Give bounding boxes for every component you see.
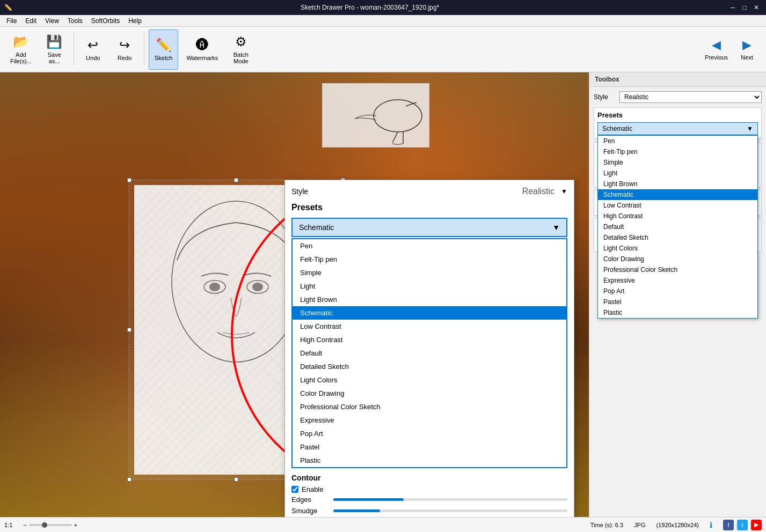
style-select[interactable]: Realistic [619, 91, 762, 103]
preset-light-colors[interactable]: Light Colors [293, 373, 566, 387]
zoom-slider-thumb[interactable] [42, 522, 47, 528]
zoomed-edges-slider[interactable] [333, 498, 567, 501]
zoom-control: − + [23, 522, 77, 528]
preset-low-contrast[interactable]: Low Contrast [293, 320, 566, 333]
sketch-label: Sketch [155, 55, 173, 61]
preset-professional-color-sketch[interactable]: Professional Color Sketch [293, 400, 566, 413]
preset-selected-display[interactable]: Schematic ▼ [597, 122, 758, 135]
twitter-icon[interactable]: t [737, 520, 748, 530]
status-right: Time (s): 6.3 JPG (1920x1280x24) ℹ f t ▶ [590, 520, 762, 530]
menu-tools[interactable]: Tools [63, 16, 87, 26]
zoomed-preset-dropdown: Schematic ▼ Pen Felt-Tip pen Simple Ligh… [291, 218, 567, 468]
add-file-button[interactable]: 📂 AddFile(s)... [4, 29, 38, 70]
zoomed-preset-selected[interactable]: Schematic ▼ [291, 218, 567, 237]
batch-mode-button[interactable]: ⚙ BatchMode [226, 29, 256, 70]
facebook-icon[interactable]: f [723, 520, 734, 530]
next-button[interactable]: ▶ Next [732, 29, 762, 70]
presets-title: Presets [597, 111, 758, 119]
preset-pop-art[interactable]: Pop Art [293, 427, 566, 440]
info-icon[interactable]: ℹ [710, 521, 712, 529]
zoomed-dropdown-chevron: ▼ [552, 223, 560, 232]
preset-high-contrast[interactable]: High Contrast [293, 333, 566, 346]
right-preset-felt-tip[interactable]: Felt-Tip pen [598, 146, 757, 157]
right-preset-plastic[interactable]: Plastic [598, 307, 757, 318]
menu-file[interactable]: File [2, 16, 21, 26]
presets-section: Presets Schematic ▼ Pen Felt-Tip pen Sim… [594, 107, 762, 139]
canvas-area[interactable]: Style Realistic ▼ Presets Schematic ▼ Pe… [0, 72, 589, 517]
menu-view[interactable]: View [41, 16, 63, 26]
add-file-label: AddFile(s)... [10, 51, 32, 64]
close-button[interactable]: ✕ [751, 2, 762, 13]
right-preset-default[interactable]: Default [598, 221, 757, 232]
toolbar-separator-2 [144, 33, 144, 65]
handle-bl[interactable] [127, 477, 132, 482]
right-preset-pen[interactable]: Pen [598, 136, 757, 146]
handle-tc[interactable] [234, 178, 238, 182]
right-preset-light-colors[interactable]: Light Colors [598, 243, 757, 254]
handle-ml[interactable] [127, 328, 132, 332]
undo-button[interactable]: ↩ Undo [78, 29, 108, 70]
preset-expressive[interactable]: Expressive [293, 413, 566, 427]
preset-pastel[interactable]: Pastel [293, 440, 566, 454]
right-preset-detailed-sketch[interactable]: Detailed Sketch [598, 232, 757, 243]
youtube-icon[interactable]: ▶ [751, 520, 762, 530]
minimize-button[interactable]: ─ [727, 2, 738, 13]
right-preset-pastel[interactable]: Pastel [598, 297, 757, 307]
zoomed-edges-row: Edges [291, 496, 567, 504]
toolbox-content: Style Realistic Presets Schematic ▼ Pen … [589, 87, 766, 280]
batch-mode-label: BatchMode [234, 51, 249, 64]
maximize-button[interactable]: □ [739, 2, 750, 13]
preset-light[interactable]: Light [293, 279, 566, 293]
toolbox-panel: Toolbox Style Realistic Presets Schemati… [589, 72, 766, 517]
zoomed-style-value: Realistic [522, 187, 555, 196]
zoomed-edges-fill [333, 498, 404, 501]
zoomed-contour-title: Contour [291, 474, 567, 482]
svg-line-6 [199, 255, 295, 362]
watermarks-icon: 🅐 [196, 38, 209, 53]
redo-button[interactable]: ↪ Redo [110, 29, 140, 70]
zoom-slider[interactable] [29, 524, 72, 526]
preset-simple[interactable]: Simple [293, 266, 566, 279]
zoom-in-icon[interactable]: + [74, 522, 77, 528]
preset-pen[interactable]: Pen [293, 239, 566, 253]
previous-button[interactable]: ◀ Previous [702, 29, 731, 70]
handle-tl[interactable] [127, 178, 132, 182]
right-preset-light[interactable]: Light [598, 168, 757, 179]
right-preset-pop-art[interactable]: Pop Art [598, 286, 757, 297]
undo-icon: ↩ [87, 38, 98, 53]
right-preset-color-drawing[interactable]: Color Drawing [598, 254, 757, 264]
right-preset-professional-color-sketch[interactable]: Professional Color Sketch [598, 264, 757, 275]
next-label: Next [741, 54, 753, 61]
preset-color-drawing[interactable]: Color Drawing [293, 387, 566, 400]
preset-plastic[interactable]: Plastic [293, 454, 566, 467]
menu-help[interactable]: Help [124, 16, 146, 26]
right-preset-expressive[interactable]: Expressive [598, 275, 757, 286]
batch-mode-icon: ⚙ [235, 34, 247, 49]
watermarks-button[interactable]: 🅐 Watermarks [180, 29, 224, 70]
preset-default[interactable]: Default [293, 346, 566, 360]
preset-schematic[interactable]: Schematic [293, 306, 566, 320]
menu-softorbits[interactable]: SoftOrbits [87, 16, 124, 26]
save-as-label: Saveas... [48, 51, 61, 64]
preset-felt-tip-pen[interactable]: Felt-Tip pen [293, 253, 566, 266]
right-preset-light-brown[interactable]: Light Brown [598, 179, 757, 189]
zoomed-enable-checkbox[interactable] [291, 486, 298, 493]
save-as-button[interactable]: 💾 Saveas... [40, 29, 69, 70]
right-preset-simple[interactable]: Simple [598, 157, 757, 168]
previous-icon: ◀ [712, 38, 721, 52]
sketch-button[interactable]: ✏️ Sketch [149, 29, 179, 70]
right-preset-schematic[interactable]: Schematic [598, 189, 757, 200]
zoomed-edges-label: Edges [291, 496, 329, 504]
handle-bc[interactable] [234, 477, 238, 482]
preset-light-brown[interactable]: Light Brown [293, 293, 566, 306]
right-preset-high-contrast[interactable]: High Contrast [598, 211, 757, 221]
social-icons: f t ▶ [723, 520, 762, 530]
title-bar-icon: ✏️ [4, 4, 12, 11]
preset-detailed-sketch[interactable]: Detailed Sketch [293, 360, 566, 373]
right-preset-low-contrast[interactable]: Low Contrast [598, 200, 757, 211]
preset-list: Pen Felt-Tip pen Simple Light Light Brow… [597, 135, 758, 319]
menu-edit[interactable]: Edit [21, 16, 41, 26]
zoomed-smudge-slider[interactable] [333, 509, 567, 512]
zoom-out-icon[interactable]: − [23, 522, 26, 528]
zoomed-style-row: Style Realistic ▼ [291, 187, 567, 196]
